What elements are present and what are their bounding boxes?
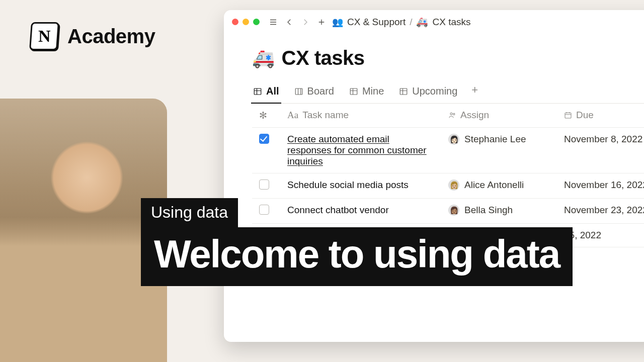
add-view-button[interactable]: + bbox=[471, 83, 478, 102]
tab-upcoming[interactable]: Upcoming bbox=[398, 81, 458, 103]
table-row[interactable]: Connect chatbot vendor 👩🏽Bella Singh Nov… bbox=[252, 199, 644, 224]
window-topbar: 👥 CX & Support / 🚑 CX tasks bbox=[224, 10, 644, 34]
sidebar-toggle-icon[interactable] bbox=[268, 17, 279, 28]
tab-mine[interactable]: Mine bbox=[348, 81, 385, 103]
task-name-cell[interactable]: Schedule social media posts bbox=[287, 179, 409, 190]
breadcrumb-page[interactable]: CX tasks bbox=[432, 17, 470, 28]
tab-board[interactable]: Board bbox=[293, 81, 335, 103]
svg-rect-3 bbox=[400, 88, 408, 95]
due-cell[interactable]: November 8, 2022 bbox=[564, 134, 642, 144]
task-name-cell[interactable]: Connect chatbot vendor bbox=[287, 205, 389, 215]
svg-rect-2 bbox=[350, 88, 357, 95]
breadcrumb[interactable]: 👥 CX & Support / 🚑 CX tasks bbox=[332, 16, 470, 28]
assignee-cell[interactable]: Stephanie Lee bbox=[464, 134, 526, 145]
svg-point-5 bbox=[453, 113, 455, 115]
tab-all[interactable]: All bbox=[252, 81, 280, 103]
column-task-name[interactable]: Task name bbox=[302, 110, 349, 121]
breadcrumb-parent[interactable]: CX & Support bbox=[347, 17, 406, 28]
checkbox-icon[interactable] bbox=[259, 205, 269, 215]
column-due[interactable]: Due bbox=[576, 110, 594, 121]
due-cell[interactable]: November 16, 2022 bbox=[564, 179, 644, 190]
new-page-icon[interactable] bbox=[316, 17, 327, 28]
overlay-title: Welcome to using data bbox=[141, 227, 573, 286]
text-icon: Aa bbox=[287, 110, 298, 121]
svg-point-4 bbox=[450, 113, 452, 115]
maximize-icon[interactable] bbox=[253, 19, 260, 25]
svg-rect-6 bbox=[565, 113, 571, 118]
status-column-icon: ✻ bbox=[259, 110, 267, 121]
page-icon[interactable]: 🚑 bbox=[252, 48, 275, 69]
people-icon: 👥 bbox=[332, 17, 343, 28]
column-assign[interactable]: Assign bbox=[460, 110, 489, 121]
avatar: 👩🏻 bbox=[448, 134, 459, 145]
due-cell[interactable]: November 23, 2022 bbox=[564, 205, 644, 215]
svg-rect-0 bbox=[254, 88, 261, 95]
page-title-text[interactable]: CX tasks bbox=[282, 47, 365, 69]
assignee-cell[interactable]: Alice Antonelli bbox=[464, 179, 524, 191]
brand-label: Academy bbox=[67, 25, 155, 48]
table-row[interactable]: Create automated email responses for com… bbox=[252, 128, 644, 173]
brand-header: N Academy bbox=[30, 22, 155, 50]
database-table: ✻ AaTask name Assign Due Create automate… bbox=[252, 104, 644, 247]
page-title: 🚑 CX tasks bbox=[252, 47, 644, 69]
minimize-icon[interactable] bbox=[243, 19, 249, 25]
ambulance-icon: 🚑 bbox=[416, 16, 428, 28]
checkbox-icon[interactable] bbox=[259, 134, 269, 144]
overlay-subtitle: Using data bbox=[141, 198, 238, 228]
breadcrumb-separator: / bbox=[410, 17, 412, 28]
app-window: 👥 CX & Support / 🚑 CX tasks 🚑 CX tasks A… bbox=[224, 10, 644, 342]
nav-forward-icon[interactable] bbox=[300, 17, 311, 28]
people-icon bbox=[448, 111, 456, 119]
close-icon[interactable] bbox=[232, 19, 238, 25]
checkbox-icon[interactable] bbox=[259, 179, 269, 190]
table-row[interactable]: Schedule social media posts 👩🏼Alice Anto… bbox=[252, 173, 644, 199]
svg-rect-1 bbox=[295, 88, 302, 95]
window-traffic-lights[interactable] bbox=[232, 19, 260, 25]
assignee-cell[interactable]: Bella Singh bbox=[464, 205, 513, 216]
calendar-icon bbox=[564, 111, 572, 119]
nav-back-icon[interactable] bbox=[284, 17, 295, 28]
view-tabs: All Board Mine Upcoming + bbox=[252, 81, 644, 104]
notion-logo-icon: N bbox=[29, 22, 59, 50]
avatar: 👩🏽 bbox=[448, 205, 459, 216]
task-name-cell[interactable]: Create automated email responses for com… bbox=[287, 134, 427, 166]
avatar: 👩🏼 bbox=[448, 179, 459, 191]
